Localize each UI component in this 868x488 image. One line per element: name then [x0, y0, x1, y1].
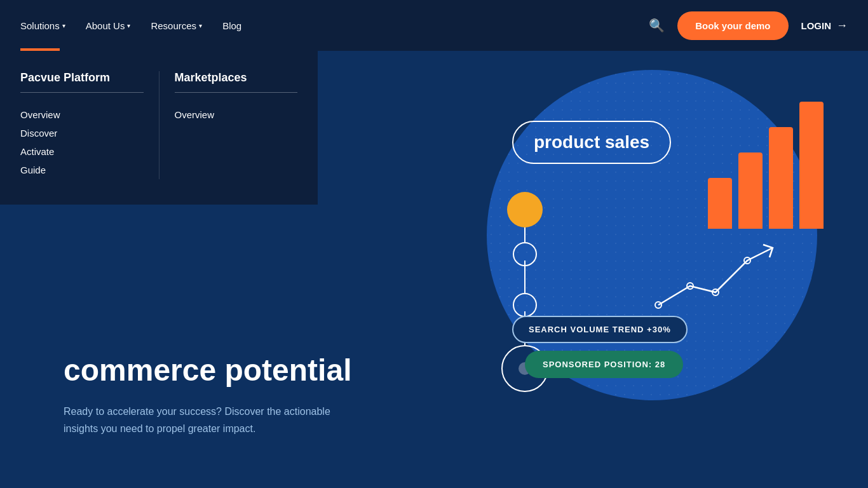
bar-2 — [738, 152, 763, 229]
hero-tagline-text: commerce potential — [64, 353, 351, 387]
resources-chevron-icon: ▾ — [199, 22, 202, 29]
hero-illustration: product sales — [474, 64, 830, 419]
search-button[interactable]: 🔍 — [649, 18, 665, 33]
solutions-chevron-icon: ▾ — [62, 22, 65, 29]
dropdown-link-marketplaces-overview[interactable]: Overview — [175, 105, 298, 124]
login-button[interactable]: LOGIN → — [801, 19, 848, 32]
book-demo-label: Book your demo — [695, 20, 770, 31]
hero-text: commerce potential Ready to accelerate y… — [64, 354, 351, 437]
sponsored-position-text: SPONSORED POSITION: 28 — [543, 360, 665, 369]
login-label: LOGIN — [801, 20, 832, 31]
hero-tagline: commerce potential — [64, 354, 351, 388]
about-us-label: About Us — [86, 20, 125, 31]
solutions-label: Solutions — [20, 20, 60, 31]
solutions-dropdown: Pacvue Platform Overview Discover Activa… — [0, 51, 318, 205]
blog-label: Blog — [222, 20, 241, 31]
trend-arrow-icon — [652, 241, 779, 318]
bar-chart — [708, 102, 824, 229]
dropdown-link-discover[interactable]: Discover — [20, 124, 144, 142]
dropdown-divider — [159, 71, 159, 179]
blog-link[interactable]: Blog — [222, 20, 241, 31]
product-sales-badge: product sales — [512, 121, 671, 164]
solutions-menu[interactable]: Solutions ▾ — [20, 20, 65, 31]
product-sales-text: product sales — [534, 132, 649, 152]
platform-section-title: Pacvue Platform — [20, 71, 144, 93]
resources-menu[interactable]: Resources ▾ — [151, 20, 202, 31]
search-volume-badge: SEARCH VOLUME TREND +30% — [512, 316, 688, 343]
bar-3 — [769, 127, 793, 229]
book-demo-button[interactable]: Book your demo — [677, 11, 788, 40]
bar-4 — [799, 102, 824, 229]
login-arrow-icon: → — [836, 19, 848, 32]
dropdown-col-platform: Pacvue Platform Overview Discover Activa… — [20, 71, 144, 179]
about-us-chevron-icon: ▾ — [127, 22, 130, 29]
navbar: Solutions ▾ About Us ▾ Resources ▾ Blog … — [0, 0, 868, 51]
resources-label: Resources — [151, 20, 196, 31]
about-us-menu[interactable]: About Us ▾ — [86, 20, 131, 31]
nav-right: 🔍 Book your demo LOGIN → — [649, 11, 848, 40]
bar-1 — [708, 178, 732, 229]
hero-description: Ready to accelerate your success? Discov… — [64, 403, 330, 437]
dropdown-link-overview[interactable]: Overview — [20, 105, 144, 124]
sponsored-position-badge: SPONSORED POSITION: 28 — [525, 351, 683, 378]
dropdown-link-guide[interactable]: Guide — [20, 161, 144, 179]
search-volume-text: SEARCH VOLUME TREND +30% — [529, 325, 671, 334]
nav-left: Solutions ▾ About Us ▾ Resources ▾ Blog — [20, 20, 649, 31]
search-icon: 🔍 — [649, 18, 665, 32]
svg-point-7 — [507, 192, 543, 227]
dropdown-link-activate[interactable]: Activate — [20, 142, 144, 161]
marketplaces-section-title: Marketplaces — [175, 71, 298, 93]
dropdown-col-marketplaces: Marketplaces Overview — [175, 71, 298, 179]
